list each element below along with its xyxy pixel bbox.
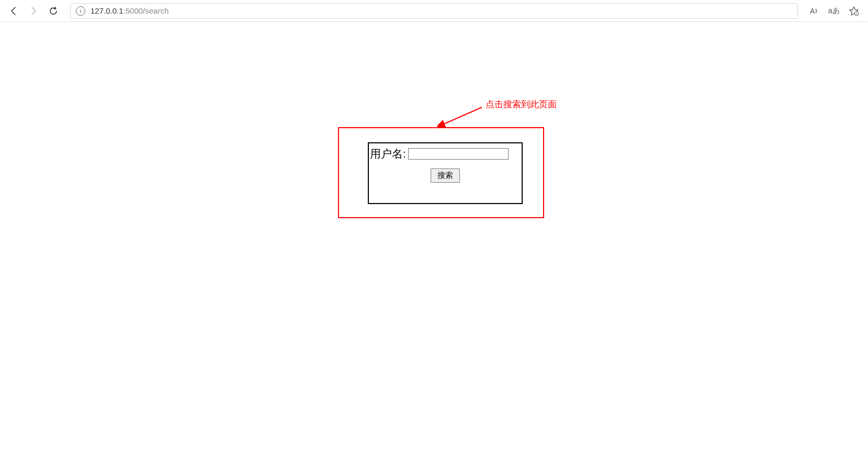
svg-line-4 [443,107,482,125]
search-button[interactable]: 搜索 [431,168,460,183]
refresh-icon [48,6,59,16]
favorites-icon[interactable]: + [848,5,860,17]
browser-toolbar: i 127.0.0.1:5000/search A aあ + [0,0,868,22]
username-row: 用户名: [369,147,522,161]
toolbar-right: A aあ + [808,5,863,17]
translate-icon[interactable]: aあ [828,5,840,17]
url-text: 127.0.0.1:5000/search [91,6,168,15]
forward-button[interactable] [28,6,39,16]
address-bar[interactable]: i 127.0.0.1:5000/search [70,3,798,19]
forward-icon [28,6,39,16]
page-content: 点击搜索到此页面 用户名: 搜索 [0,22,868,450]
username-input[interactable] [408,148,509,160]
back-icon [8,6,19,16]
info-icon[interactable]: i [76,6,85,16]
url-host: 127.0.0.1 [91,6,123,15]
search-form: 用户名: 搜索 [368,142,523,204]
read-aloud-icon[interactable]: A [808,5,820,17]
svg-text:A: A [810,7,815,15]
refresh-button[interactable] [48,6,59,16]
annotation-text: 点击搜索到此页面 [486,98,557,110]
back-button[interactable] [8,6,19,16]
svg-text:+: + [855,12,858,16]
nav-buttons [5,6,59,16]
url-path: :5000/search [123,6,169,15]
button-row: 搜索 [369,168,522,183]
username-label: 用户名: [370,147,406,161]
